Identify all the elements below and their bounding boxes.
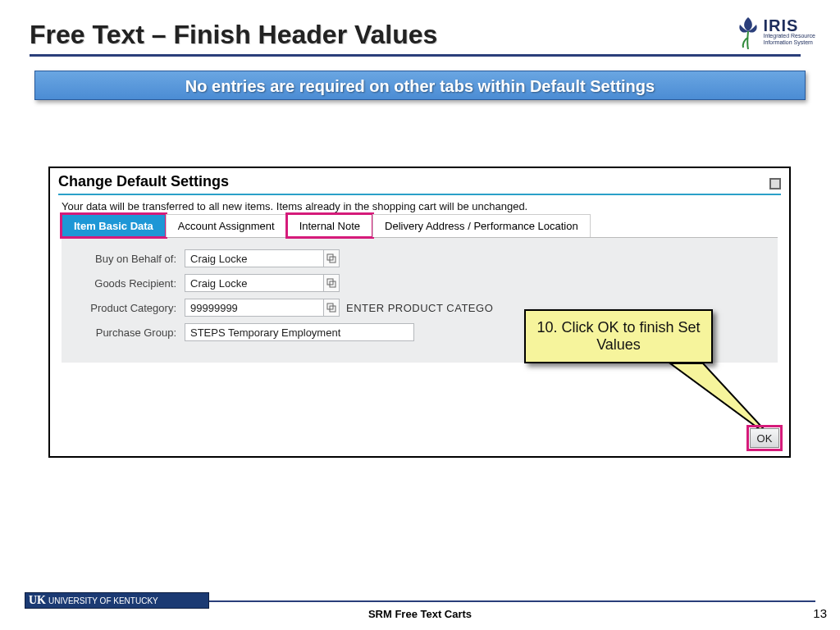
slide-title: Free Text – Finish Header Values [30,20,437,50]
goods-recipient-label: Goods Recipient: [70,277,176,290]
uk-badge: UK UNIVERSITY OF KENTUCKY [25,592,209,609]
tab-strip: Item Basic Data Account Assignment Inter… [62,214,778,238]
product-category-hint: ENTER PRODUCT CATEGO [346,302,493,314]
iris-name: IRIS [764,18,815,33]
value-help-icon[interactable] [323,249,340,267]
buy-on-behalf-input[interactable]: Craig Locke [185,249,324,267]
goods-recipient-input[interactable]: Craig Locke [185,274,324,292]
iris-logo: IRIS Integrated Resource Information Sys… [736,15,815,49]
title-underline [30,54,801,57]
product-category-label: Product Category: [70,302,176,314]
dialog-note: Your data will be transferred to all new… [62,200,778,212]
iris-flower-icon [736,15,760,49]
window-restore-icon[interactable] [769,178,781,189]
dialog-rule [58,194,781,195]
tab-item-basic-data[interactable]: Item Basic Data [62,214,166,237]
ok-button[interactable]: OK [750,428,779,448]
uk-label: UNIVERSITY OF KENTUCKY [48,596,158,605]
settings-dialog: Change Default Settings Your data will b… [48,167,791,458]
callout-text: 10. Click OK to finish Set Values [536,319,700,353]
footer-center: SRM Free Text Carts [0,608,840,620]
tab-internal-note[interactable]: Internal Note [287,214,372,237]
uk-short: UK [29,594,46,607]
purchase-group-label: Purchase Group: [70,326,176,339]
instruction-callout: 10. Click OK to finish Set Values [524,309,713,363]
iris-sub2: Information System [764,39,815,46]
page-number: 13 [813,606,827,620]
product-category-input[interactable]: 99999999 [185,299,324,317]
info-banner: No entries are required on other tabs wi… [34,71,806,100]
tab-delivery-address[interactable]: Delivery Address / Performance Location [372,214,591,237]
tab-account-assignment[interactable]: Account Assignment [166,214,287,237]
value-help-icon[interactable] [323,299,340,317]
purchase-group-input[interactable]: STEPS Temporary Employment [185,323,414,341]
iris-sub1: Integrated Resource [764,33,815,39]
buy-on-behalf-label: Buy on Behalf of: [70,253,176,265]
dialog-title: Change Default Settings [50,168,789,192]
value-help-icon[interactable] [323,274,340,292]
